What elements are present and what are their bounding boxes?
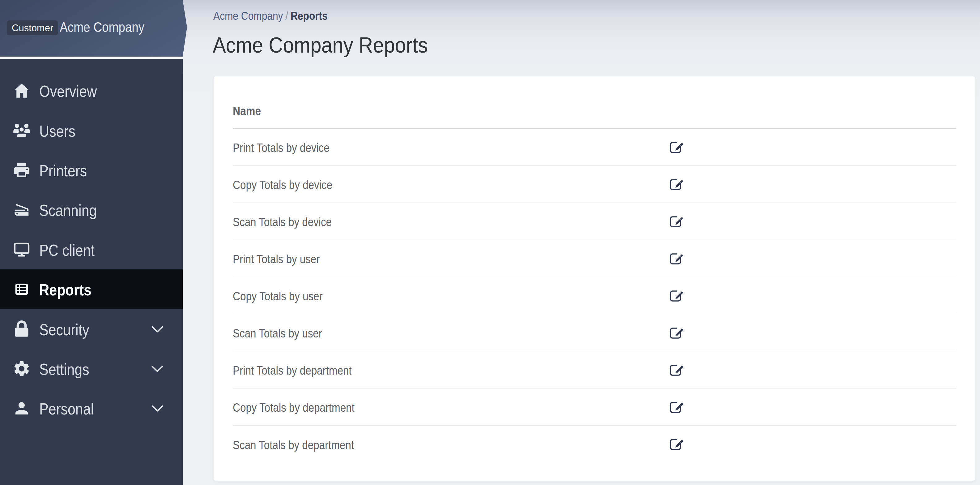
sidebar-item-scanning[interactable]: Scanning — [0, 190, 183, 230]
report-row: Print Totals by department — [233, 351, 956, 388]
report-row: Copy Totals by device — [233, 166, 956, 203]
sidebar-item-pc-client[interactable]: PC client — [0, 230, 183, 270]
edit-report-button[interactable] — [670, 289, 684, 303]
column-header-name: Name — [233, 105, 261, 117]
sidebar-item-label: PC client — [39, 242, 95, 258]
edit-report-button[interactable] — [670, 363, 684, 377]
edit-report-button[interactable] — [670, 437, 684, 451]
sidebar-item-overview[interactable]: Overview — [0, 71, 183, 110]
edit-icon — [670, 252, 684, 266]
chevron-down-icon — [150, 322, 164, 336]
edit-icon — [670, 215, 684, 229]
edit-report-button[interactable] — [670, 326, 684, 340]
report-row: Scan Totals by department — [233, 426, 956, 463]
report-row: Copy Totals by department — [233, 388, 956, 426]
report-name: Print Totals by device — [233, 142, 605, 154]
sidebar-item-label: Printers — [39, 163, 87, 179]
page-title: Acme Company Reports — [213, 34, 428, 56]
customer-badge: Customer — [7, 21, 58, 35]
breadcrumb-separator: / — [283, 10, 291, 22]
breadcrumb-company-link[interactable]: Acme Company — [213, 10, 283, 22]
edit-report-button[interactable] — [670, 215, 684, 228]
sidebar-item-personal[interactable]: Personal — [0, 388, 183, 428]
person-icon — [13, 399, 31, 418]
edit-icon — [670, 401, 684, 415]
report-name: Copy Totals by device — [233, 179, 605, 191]
main-content: Acme Company/Reports Acme Company Report… — [183, 0, 980, 485]
table-header-row: Name — [233, 91, 956, 129]
sidebar-item-label: Users — [39, 123, 75, 139]
sidebar: OverviewUsersPrintersScanningPC clientRe… — [0, 0, 183, 485]
edit-icon — [670, 141, 684, 155]
edit-report-button[interactable] — [670, 400, 684, 414]
edit-report-button[interactable] — [670, 252, 684, 265]
scanner-icon — [13, 200, 31, 219]
sidebar-item-label: Personal — [39, 401, 94, 417]
sidebar-item-label: Scanning — [39, 202, 97, 219]
sidebar-item-printers[interactable]: Printers — [0, 150, 183, 190]
edit-report-button[interactable] — [670, 140, 684, 154]
lock-icon — [13, 320, 31, 338]
sidebar-item-label: Settings — [39, 361, 89, 377]
edit-icon — [670, 289, 684, 303]
chevron-down-icon — [150, 401, 164, 415]
table-icon — [13, 280, 31, 298]
edit-icon — [670, 327, 684, 340]
breadcrumb: Acme Company/Reports — [213, 11, 328, 22]
home-icon — [13, 81, 31, 100]
sidebar-item-label: Overview — [39, 83, 97, 99]
edit-icon — [670, 364, 684, 377]
report-name: Copy Totals by department — [233, 402, 605, 413]
gear-icon — [13, 359, 31, 378]
report-name: Print Totals by department — [233, 364, 605, 377]
edit-icon — [670, 438, 684, 451]
report-row: Print Totals by device — [233, 129, 956, 166]
sidebar-item-label: Security — [39, 322, 89, 338]
printer-icon — [13, 161, 31, 179]
edit-icon — [670, 178, 684, 192]
users-icon — [13, 121, 31, 140]
desktop-icon — [13, 240, 31, 259]
report-name: Copy Totals by user — [233, 290, 605, 302]
sidebar-nav: OverviewUsersPrintersScanningPC clientRe… — [0, 59, 183, 428]
reports-card: Name Print Totals by deviceCopy Totals b… — [213, 76, 976, 481]
sidebar-item-users[interactable]: Users — [0, 110, 183, 150]
report-name: Scan Totals by user — [233, 327, 605, 339]
report-name: Print Totals by user — [233, 253, 605, 265]
sidebar-item-security[interactable]: Security — [0, 309, 183, 349]
report-row: Print Totals by user — [233, 240, 956, 277]
chevron-down-icon — [150, 362, 164, 376]
report-row: Scan Totals by device — [233, 203, 956, 240]
report-name: Scan Totals by device — [233, 216, 605, 228]
sidebar-item-reports[interactable]: Reports — [0, 270, 183, 309]
breadcrumb-current: Reports — [291, 10, 328, 22]
edit-report-button[interactable] — [670, 177, 684, 191]
sidebar-item-label: Reports — [39, 282, 92, 298]
report-row: Scan Totals by user — [233, 314, 956, 351]
report-row: Copy Totals by user — [233, 277, 956, 314]
customer-banner: Customer Acme Company — [0, 0, 187, 57]
report-name: Scan Totals by department — [233, 439, 605, 451]
customer-company-name: Acme Company — [60, 20, 144, 35]
sidebar-banner-divider — [0, 57, 183, 59]
sidebar-item-settings[interactable]: Settings — [0, 349, 183, 388]
